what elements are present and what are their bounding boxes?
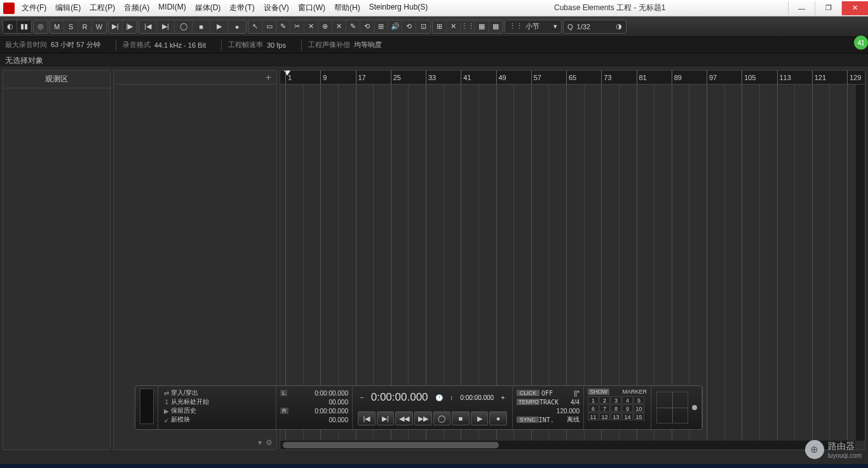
tp-btn-0[interactable]: |◀ <box>358 411 376 425</box>
snap-1-icon[interactable]: ✕ <box>447 20 461 33</box>
tool-1-icon[interactable]: ▭ <box>262 20 276 33</box>
marker-14[interactable]: 14 <box>622 413 633 420</box>
marker-7[interactable]: 7 <box>599 404 610 412</box>
auto-scroll2-icon[interactable]: |▶ <box>123 20 137 33</box>
maximize-button[interactable]: ❐ <box>815 1 841 15</box>
marker-8[interactable]: 8 <box>611 404 621 412</box>
tracklist-menu-icon[interactable]: ▾ <box>258 438 262 447</box>
s-button[interactable]: S <box>64 20 78 33</box>
timeline-ruler[interactable]: 191725334149576573818997105113121129 <box>280 71 865 85</box>
tool-0-icon[interactable]: ↖ <box>248 20 262 33</box>
tool-8-icon[interactable]: ⟲ <box>360 20 374 33</box>
tp-setting[interactable]: SYNCINT.离线 <box>517 415 580 424</box>
r-button[interactable]: R <box>78 20 92 33</box>
tb-transport-5[interactable]: ● <box>228 20 246 33</box>
clock-icon[interactable]: 🕐 <box>435 394 443 401</box>
snap-0-icon[interactable]: ⊞ <box>433 20 447 33</box>
snap-4-icon[interactable]: ▦ <box>489 20 503 33</box>
tp-btn-3[interactable]: ▶▶ <box>414 411 432 425</box>
tool-12-icon[interactable]: ⊡ <box>416 20 430 33</box>
vscrollbar[interactable] <box>856 85 865 441</box>
tp-btn-7[interactable]: ● <box>489 411 507 425</box>
marker-9[interactable]: 9 <box>622 404 633 412</box>
tool-3-icon[interactable]: ✂ <box>290 20 304 33</box>
tp-locator[interactable]: L0:00:00.000 <box>280 389 348 397</box>
marker-4[interactable]: 4 <box>622 396 633 404</box>
show-markers-button[interactable]: SHOW <box>588 389 609 395</box>
tool-11-icon[interactable]: ⟲ <box>402 20 416 33</box>
level-knob[interactable] <box>692 405 697 410</box>
tool-5-icon[interactable]: ⊕ <box>318 20 332 33</box>
tb-transport-3[interactable]: ■ <box>193 20 210 33</box>
tp-btn-1[interactable]: ▶| <box>377 411 395 425</box>
tb-transport-1[interactable]: ▶| <box>157 20 175 33</box>
tp-mode-item[interactable]: ↙新模块 <box>162 415 272 424</box>
minimize-button[interactable]: — <box>788 1 815 15</box>
close-button[interactable]: ✕ <box>841 1 868 15</box>
menu-文件[interactable]: 文件(F) <box>18 1 50 15</box>
tracklist-settings-icon[interactable]: ⚙ <box>266 438 273 447</box>
marker-10[interactable]: 10 <box>634 404 644 412</box>
swap-icon[interactable]: ↕ <box>450 394 453 401</box>
menu-窗口[interactable]: 窗口(W) <box>294 1 329 15</box>
menu-编辑[interactable]: 编辑(E) <box>51 1 85 15</box>
menu-音频[interactable]: 音频(A) <box>120 1 153 15</box>
marker-11[interactable]: 11 <box>588 413 599 420</box>
hscroll-thumb[interactable] <box>283 442 499 448</box>
tool-4-icon[interactable]: ✕ <box>304 20 318 33</box>
marker-6[interactable]: 6 <box>588 404 599 412</box>
tp-locator[interactable]: R0:00:00.000 <box>280 406 348 415</box>
menu-走带[interactable]: 走带(T) <box>226 1 258 15</box>
level-pad[interactable] <box>656 392 688 423</box>
tp-btn-2[interactable]: ◀◀ <box>395 411 413 425</box>
marker-15[interactable]: 15 <box>634 413 644 420</box>
menu-媒体[interactable]: 媒体(D) <box>191 1 225 15</box>
grid-type-select[interactable]: ⋮⋮ 小节▾ <box>505 20 562 34</box>
tool-10-icon[interactable]: 🔊 <box>388 20 402 33</box>
panel-toggle-icon[interactable]: ◐ <box>3 20 17 33</box>
add-track-button[interactable]: + <box>114 71 276 85</box>
marker-1[interactable]: 1 <box>588 396 599 404</box>
primary-time[interactable]: 0:00:00.000 <box>371 391 428 404</box>
marker-12[interactable]: 12 <box>599 413 610 420</box>
secondary-time[interactable]: 0:00:00.000 <box>460 394 494 401</box>
w-button[interactable]: W <box>92 20 106 33</box>
tb-transport-2[interactable]: ◯ <box>175 20 193 33</box>
tp-btn-5[interactable]: ■ <box>452 411 470 425</box>
quantize-select[interactable]: Q 1/32◑ <box>563 20 627 34</box>
tp-btn-4[interactable]: ◯ <box>433 411 451 425</box>
tp-mode-item[interactable]: ▶保留历史 <box>162 406 272 415</box>
nudge-left-icon[interactable]: − <box>360 394 364 401</box>
hscrollbar[interactable] <box>280 441 855 450</box>
marker-13[interactable]: 13 <box>611 413 621 420</box>
nudge-right-icon[interactable]: + <box>501 394 505 401</box>
tp-mode-item[interactable]: ↧从光标处开始 <box>162 397 272 406</box>
snap-2-icon[interactable]: ⋮⋮ <box>461 20 475 33</box>
snap-3-icon[interactable]: ▦ <box>475 20 489 33</box>
tb-transport-4[interactable]: ▶ <box>210 20 228 33</box>
marker-3[interactable]: 3 <box>611 396 621 404</box>
m-button[interactable]: M <box>50 20 64 33</box>
tp-locator[interactable]: 00.000 <box>280 415 348 424</box>
tool-9-icon[interactable]: ⊞ <box>374 20 388 33</box>
tool-2-icon[interactable]: ✎ <box>276 20 290 33</box>
panel-toggle2-icon[interactable]: ▮▮ <box>17 20 31 33</box>
tp-btn-6[interactable]: ▶ <box>471 411 489 425</box>
tp-setting[interactable]: 120.000 <box>517 406 580 415</box>
tp-setting[interactable]: CLICKOFF||* <box>517 389 580 397</box>
marker-5[interactable]: 5 <box>634 396 644 404</box>
auto-scroll-icon[interactable]: ▶| <box>109 20 123 33</box>
menu-工程[interactable]: 工程(P) <box>86 1 119 15</box>
perf-badge[interactable]: 41 <box>854 36 868 50</box>
tp-setting[interactable]: TEMPOTRACK4/4 <box>517 397 580 406</box>
menu-帮助[interactable]: 帮助(H) <box>330 1 364 15</box>
constrain-icon[interactable]: ◎ <box>34 20 48 33</box>
tp-locator[interactable]: 00.000 <box>280 397 348 406</box>
tool-7-icon[interactable]: ✎ <box>346 20 360 33</box>
menu-MIDI[interactable]: MIDI(M) <box>154 1 189 15</box>
menu-Steinberg Hub[interactable]: Steinberg Hub(S) <box>365 1 432 15</box>
marker-2[interactable]: 2 <box>599 396 610 404</box>
tool-6-icon[interactable]: ✕ <box>332 20 346 33</box>
tb-transport-0[interactable]: |◀ <box>139 20 157 33</box>
menu-设备[interactable]: 设备(V) <box>260 1 293 15</box>
